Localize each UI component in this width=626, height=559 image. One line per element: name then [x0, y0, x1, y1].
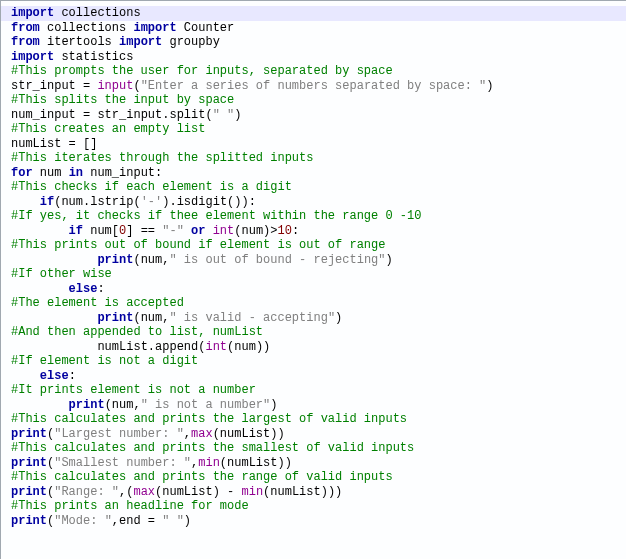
code-line: print(num," is out of bound - rejecting"…	[11, 253, 626, 268]
token-op: )	[386, 253, 393, 267]
token-op: .	[169, 195, 176, 209]
token-op: (	[133, 195, 140, 209]
token-op: :	[97, 282, 104, 296]
token-id: num_input	[83, 166, 155, 180]
token-st: "Smallest number: "	[54, 456, 191, 470]
token-cm: #This calculates and prints the smallest…	[11, 441, 414, 455]
token-op: (	[105, 398, 112, 412]
token-cm: #It prints element is not a number	[11, 383, 256, 397]
code-line: #This prints out of bound if element is …	[11, 238, 626, 253]
token-id: num	[33, 166, 69, 180]
token-id: numList	[162, 485, 212, 499]
token-op: ))	[277, 456, 291, 470]
code-line: from itertools import groupby	[11, 35, 626, 50]
token-kw: print	[11, 485, 47, 499]
token-op: =	[69, 137, 76, 151]
token-kw: from	[11, 21, 40, 35]
token-cm: #This prompts the user for inputs, separ…	[11, 64, 393, 78]
token-id: collections	[54, 6, 140, 20]
token-bi: min	[198, 456, 220, 470]
token-id: numList	[270, 485, 320, 499]
code-line: numList = []	[11, 137, 626, 152]
token-kw: import	[11, 50, 54, 64]
code-line: str_input = input("Enter a series of num…	[11, 79, 626, 94]
token-id: num	[241, 224, 263, 238]
token-cm: #And then appended to list, numList	[11, 325, 263, 339]
token-kw: import	[119, 35, 162, 49]
token-id: numList	[220, 427, 270, 441]
token-op: ,	[184, 427, 191, 441]
token-id: split	[169, 108, 205, 122]
token-st: " is not a number"	[141, 398, 271, 412]
code-line: import collections	[1, 6, 626, 21]
token-bi: max	[191, 427, 213, 441]
code-line: if(num.lstrip('-').isdigit()):	[11, 195, 626, 210]
token-st: "Enter a series of numbers separated by …	[141, 79, 487, 93]
token-id	[133, 224, 140, 238]
token-st: " is out of bound - rejecting"	[169, 253, 385, 267]
token-id	[205, 224, 212, 238]
token-cm: #This checks if each element is a digit	[11, 180, 292, 194]
token-id: itertools	[40, 35, 119, 49]
token-bi: max	[133, 485, 155, 499]
token-id: end	[119, 514, 148, 528]
token-id: str_input	[90, 108, 162, 122]
token-op: .	[148, 340, 155, 354]
token-kw: from	[11, 35, 40, 49]
token-id: str_input	[11, 79, 83, 93]
code-line: print("Mode: ",end = " ")	[11, 514, 626, 529]
token-op: )	[213, 485, 220, 499]
token-id: Counter	[177, 21, 235, 35]
code-line: print("Smallest number: ",min(numList))	[11, 456, 626, 471]
code-line: #This calculates and prints the largest …	[11, 412, 626, 427]
token-op: :	[69, 369, 76, 383]
token-st: "Mode: "	[54, 514, 112, 528]
token-st: '-'	[141, 195, 163, 209]
code-line: else:	[11, 282, 626, 297]
token-bi: int	[213, 224, 235, 238]
token-cm: #The element is accepted	[11, 296, 184, 310]
code-editor[interactable]: import collectionsfrom collections impor…	[0, 0, 626, 559]
code-line: num_input = str_input.split(" ")	[11, 108, 626, 123]
token-op: :	[292, 224, 299, 238]
code-line: #This splits the input by space	[11, 93, 626, 108]
token-kw: or	[191, 224, 205, 238]
token-op: (	[133, 79, 140, 93]
token-id: append	[155, 340, 198, 354]
code-line: from collections import Counter	[11, 21, 626, 36]
token-op: ))	[256, 340, 270, 354]
token-op: ,	[112, 514, 119, 528]
token-kw: else	[40, 369, 69, 383]
token-id: lstrip	[90, 195, 133, 209]
code-line: numList.append(int(num))	[11, 340, 626, 355]
token-cm: #If other wise	[11, 267, 112, 281]
token-op: ==	[141, 224, 155, 238]
code-line: #And then appended to list, numList	[11, 325, 626, 340]
token-st: "-"	[162, 224, 184, 238]
code-line: #This checks if each element is a digit	[11, 180, 626, 195]
token-id: num	[141, 311, 163, 325]
code-line: #This prompts the user for inputs, separ…	[11, 64, 626, 79]
token-id: num_input	[11, 108, 83, 122]
token-op: )	[270, 398, 277, 412]
token-cm: #This prints an headline for mode	[11, 499, 249, 513]
token-cm: #This splits the input by space	[11, 93, 234, 107]
token-kw: print	[11, 514, 47, 528]
token-op: ()):	[227, 195, 256, 209]
token-bi: input	[97, 79, 133, 93]
code-line: #This calculates and prints the smallest…	[11, 441, 626, 456]
token-kw: import	[11, 6, 54, 20]
token-cm: #If element is not a digit	[11, 354, 198, 368]
token-st: " is valid - accepting"	[169, 311, 335, 325]
token-op: )	[335, 311, 342, 325]
token-kw: print	[69, 398, 105, 412]
token-kw: import	[133, 21, 176, 35]
token-op: )))	[321, 485, 343, 499]
token-op: (	[220, 456, 227, 470]
token-kw: if	[40, 195, 54, 209]
token-cm: #This prints out of bound if element is …	[11, 238, 385, 252]
token-op: )	[234, 108, 241, 122]
token-bi: int	[205, 340, 227, 354]
token-op: =	[148, 514, 155, 528]
token-id: num	[61, 195, 83, 209]
